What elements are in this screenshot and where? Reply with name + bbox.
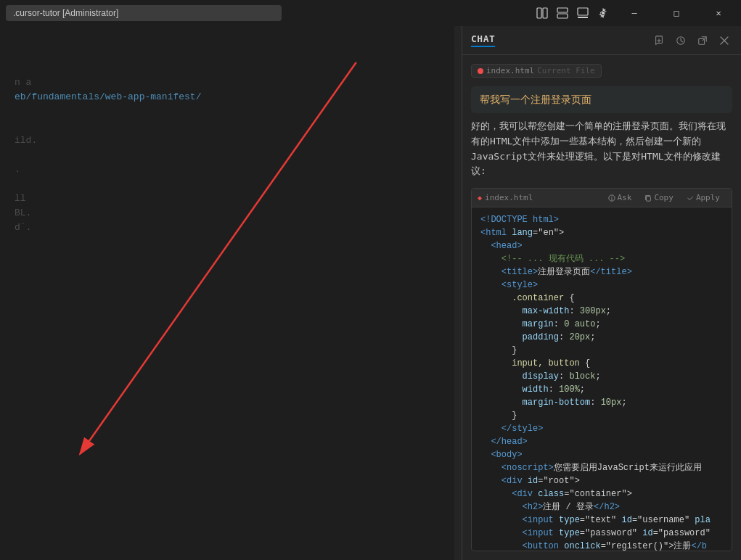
ask-button[interactable]: Ask [602, 192, 638, 204]
copy-label: Copy [654, 193, 674, 202]
editor-scrollbar [454, 26, 462, 560]
code-line: <h2>注册 / 登录</h2> [480, 501, 723, 514]
code-block: ◆ index.html Ask Copy [471, 188, 732, 551]
code-line: width: 100%; [480, 383, 723, 396]
svg-rect-3 [557, 14, 568, 18]
panel-icon[interactable] [577, 7, 589, 19]
code-block-content: <!DOCTYPE html><html lang="en"> <head> <… [472, 207, 732, 551]
code-line: display: block; [480, 370, 723, 383]
settings-icon[interactable] [597, 7, 609, 19]
file-badge-dot [478, 68, 483, 74]
ai-message: 好的，我可以帮您创建一个简单的注册登录页面。我们将在现有的HTML文件中添加一些… [471, 119, 732, 179]
chat-header: CHAT [462, 26, 741, 55]
code-line: <!-- ... 现有代码 ... --> [480, 252, 723, 265]
code-line: max-width: 300px; [480, 305, 723, 318]
copy-button[interactable]: Copy [639, 192, 679, 204]
file-badge: index.html Current File [471, 64, 602, 78]
code-line: margin: 0 auto; [480, 318, 723, 331]
close-icon[interactable] [716, 33, 732, 49]
chat-pane: CHAT index.html [462, 26, 741, 560]
minimize-button[interactable]: — [618, 0, 651, 26]
chat-tab[interactable]: CHAT [471, 33, 495, 47]
code-line: <html lang="en"> [480, 226, 723, 239]
code-line: <input type="password" id="password" [480, 527, 723, 540]
svg-point-11 [611, 196, 612, 197]
code-line: <style> [480, 279, 723, 292]
svg-rect-2 [557, 8, 568, 12]
file-badge-label: Current File [537, 66, 594, 75]
code-line: </style> [480, 422, 723, 435]
close-button[interactable]: ✕ [702, 0, 735, 26]
code-line: <body> [480, 448, 723, 461]
code-block-actions: Ask Copy Apply [602, 192, 726, 204]
apply-button[interactable]: Apply [681, 192, 726, 204]
code-block-header: ◆ index.html Ask Copy [472, 189, 732, 207]
ai-message-text: 好的，我可以帮您创建一个简单的注册登录页面。我们将在现有的HTML文件中添加一些… [471, 120, 726, 176]
popout-icon[interactable] [695, 33, 711, 49]
user-message-text: 帮我写一个注册登录页面 [480, 94, 591, 105]
code-line: } [480, 409, 723, 422]
chat-header-right [651, 33, 732, 49]
title-bar: — □ ✕ [0, 0, 741, 26]
chat-header-left: CHAT [471, 33, 495, 47]
code-line: <div class="container"> [480, 487, 723, 501]
file-badge-name: index.html [486, 66, 534, 75]
code-line: margin-bottom: 10px; [480, 396, 723, 409]
code-line: </head> [480, 435, 723, 448]
editor-content: n a eb/fundamentals/web-app-manifest/ il… [0, 26, 454, 560]
main-area: n a eb/fundamentals/web-app-manifest/ il… [0, 26, 741, 560]
editor-pane: n a eb/fundamentals/web-app-manifest/ il… [0, 26, 454, 560]
apply-label: Apply [696, 193, 720, 202]
code-block-filename: ◆ index.html [478, 193, 533, 202]
new-chat-icon[interactable] [651, 33, 667, 49]
user-message: 帮我写一个注册登录页面 [471, 86, 732, 113]
code-line: <!DOCTYPE html> [480, 213, 723, 226]
code-line: <head> [480, 239, 723, 252]
code-line: input, button { [480, 357, 723, 370]
code-line: .container { [480, 292, 723, 305]
chat-body[interactable]: index.html Current File 帮我写一个注册登录页面 好的，我… [462, 55, 741, 560]
code-filename-text: index.html [485, 193, 533, 202]
split-icon[interactable] [557, 7, 568, 19]
svg-rect-5 [578, 17, 588, 18]
layout-icon[interactable] [536, 7, 548, 19]
svg-rect-4 [578, 8, 588, 15]
code-line: } [480, 344, 723, 357]
svg-rect-0 [537, 8, 541, 18]
title-bar-left [6, 5, 282, 21]
svg-rect-12 [647, 196, 651, 201]
code-line: padding: 20px; [480, 331, 723, 344]
file-icon: ◆ [478, 194, 482, 202]
ask-label: Ask [618, 193, 632, 202]
code-line: <input type="text" id="username" pla [480, 514, 723, 527]
code-line: <button onclick="register()">注册</b [480, 540, 723, 551]
history-icon[interactable] [673, 33, 689, 49]
title-input[interactable] [6, 5, 282, 21]
code-line: <title>注册登录页面</title> [480, 265, 723, 279]
code-line: <div id="root"> [480, 474, 723, 487]
title-bar-right: — □ ✕ [536, 0, 735, 26]
maximize-button[interactable]: □ [660, 0, 693, 26]
svg-rect-1 [543, 8, 547, 18]
code-line: <noscript>您需要启用JavaScript来运行此应用 [480, 461, 723, 474]
